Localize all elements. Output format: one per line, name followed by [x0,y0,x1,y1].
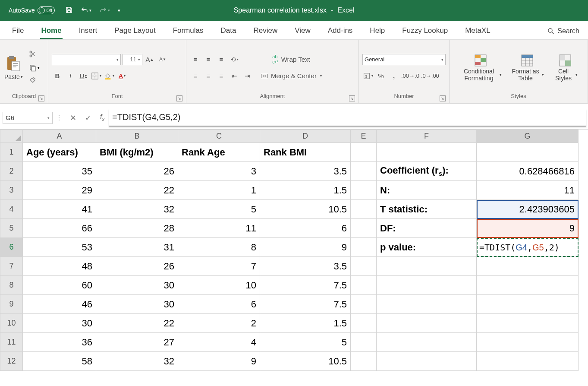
cell-D3[interactable]: 1.5 [260,181,351,200]
row-header-6[interactable]: 6 [0,238,23,257]
decrease-indent-icon[interactable]: ⇤ [229,70,240,82]
cell-C9[interactable]: 6 [178,295,260,314]
col-header-E[interactable]: E [351,130,377,143]
cell-F1[interactable] [377,143,477,162]
comma-format-icon[interactable]: , [388,70,399,82]
col-header-B[interactable]: B [96,130,178,143]
alignment-launcher[interactable]: ↘ [349,95,355,101]
cell-F8[interactable] [377,276,477,295]
cell-E11[interactable] [351,333,377,352]
cell-C6[interactable]: 8 [178,238,260,257]
cell-D10[interactable]: 1.5 [260,314,351,333]
cell-B1[interactable]: BMI (kg/m2) [96,143,178,162]
cell-D4[interactable]: 10.5 [260,200,351,219]
borders-button[interactable]: ▾ [91,70,102,82]
cell-B3[interactable]: 22 [96,181,178,200]
cell-E2[interactable] [351,162,377,181]
decrease-decimal-icon[interactable]: .0→.00 [421,70,439,82]
tab-fuzzy-lookup[interactable]: Fuzzy Lookup [393,22,456,39]
cell-B9[interactable]: 30 [96,295,178,314]
autosave-toggle[interactable]: AutoSave Off [9,6,55,14]
cell-G5[interactable]: 9 [477,219,579,238]
italic-button[interactable]: I [65,70,76,82]
decrease-font-icon[interactable]: A▼ [157,54,168,65]
orientation-icon[interactable]: ⟲▾ [229,54,240,65]
cell-F6[interactable]: p value: [377,238,477,257]
cell-D9[interactable]: 7.5 [260,295,351,314]
cell-B4[interactable]: 32 [96,200,178,219]
cell-A5[interactable]: 66 [23,219,96,238]
cell-A4[interactable]: 41 [23,200,96,219]
cell-C1[interactable]: Rank Age [178,143,260,162]
paste-button[interactable]: Paste▾ [3,54,24,81]
cell-B8[interactable]: 30 [96,276,178,295]
align-right-icon[interactable]: ≡ [216,70,227,82]
wrap-text-button[interactable]: abc↵Wrap Text [258,54,324,65]
redo-icon[interactable]: ▾ [99,6,110,14]
cell-G7[interactable] [477,257,579,276]
cell-E9[interactable] [351,295,377,314]
cell-A7[interactable]: 48 [23,257,96,276]
cell-F10[interactable] [377,314,477,333]
cell-F5[interactable]: DF: [377,219,477,238]
cell-D2[interactable]: 3.5 [260,162,351,181]
cell-E3[interactable] [351,181,377,200]
row-header-8[interactable]: 8 [0,276,23,295]
save-icon[interactable] [65,6,73,15]
font-size-combo[interactable]: 11▾ [123,54,142,65]
tab-insert[interactable]: Insert [70,22,106,39]
cell-E5[interactable] [351,219,377,238]
row-header-10[interactable]: 10 [0,314,23,333]
align-left-icon[interactable]: ≡ [190,70,201,82]
increase-decimal-icon[interactable]: .00→.0 [401,70,419,82]
cell-B11[interactable]: 27 [96,333,178,352]
clipboard-launcher[interactable]: ↘ [38,95,44,101]
format-as-table-button[interactable]: Format as Table▾ [510,54,544,82]
cell-E7[interactable] [351,257,377,276]
cell-A2[interactable]: 35 [23,162,96,181]
cell-F11[interactable] [377,333,477,352]
cell-C3[interactable]: 1 [178,181,260,200]
cell-B12[interactable]: 32 [96,352,178,371]
underline-button[interactable]: U▾ [78,70,89,82]
cell-styles-button[interactable]: Cell Styles▾ [553,54,578,82]
cell-C10[interactable]: 2 [178,314,260,333]
qat-customize-icon[interactable]: ▾ [118,8,120,13]
tab-formulas[interactable]: Formulas [164,22,212,39]
tab-page-layout[interactable]: Page Layout [106,22,164,39]
cell-G10[interactable] [477,314,579,333]
tab-metaxl[interactable]: MetaXL [456,22,499,39]
cell-G8[interactable] [477,276,579,295]
row-header-11[interactable]: 11 [0,333,23,352]
name-box[interactable]: G6▾ [3,112,53,124]
undo-icon[interactable]: ▾ [81,6,91,14]
cell-A1[interactable]: Age (years) [23,143,96,162]
align-bottom-icon[interactable]: ≡ [216,54,227,65]
cell-D12[interactable]: 10.5 [260,352,351,371]
align-top-icon[interactable]: ≡ [190,54,201,65]
row-header-3[interactable]: 3 [0,181,23,200]
cell-C5[interactable]: 11 [178,219,260,238]
cell-F4[interactable]: T statistic: [377,200,477,219]
cell-B7[interactable]: 26 [96,257,178,276]
col-header-F[interactable]: F [377,130,477,143]
cell-G1[interactable] [477,143,579,162]
increase-font-icon[interactable]: A▲ [144,54,155,65]
number-format-combo[interactable]: General▾ [362,54,446,65]
tab-view[interactable]: View [286,22,319,39]
cell-A6[interactable]: 53 [23,238,96,257]
align-middle-icon[interactable]: ≡ [203,54,214,65]
align-center-icon[interactable]: ≡ [203,70,214,82]
cell-F12[interactable] [377,352,477,371]
cell-C11[interactable]: 4 [178,333,260,352]
cancel-formula-icon[interactable]: ✕ [70,113,76,123]
format-painter-icon[interactable] [29,76,40,85]
tab-help[interactable]: Help [361,22,393,39]
font-name-combo[interactable]: ▾ [52,54,121,65]
number-launcher[interactable]: ↘ [440,95,446,101]
cell-D11[interactable]: 5 [260,333,351,352]
cell-C8[interactable]: 10 [178,276,260,295]
cell-F2[interactable]: Coefficient (rs): [377,162,477,181]
col-header-G[interactable]: G [477,130,579,143]
bold-button[interactable]: B [52,70,63,82]
